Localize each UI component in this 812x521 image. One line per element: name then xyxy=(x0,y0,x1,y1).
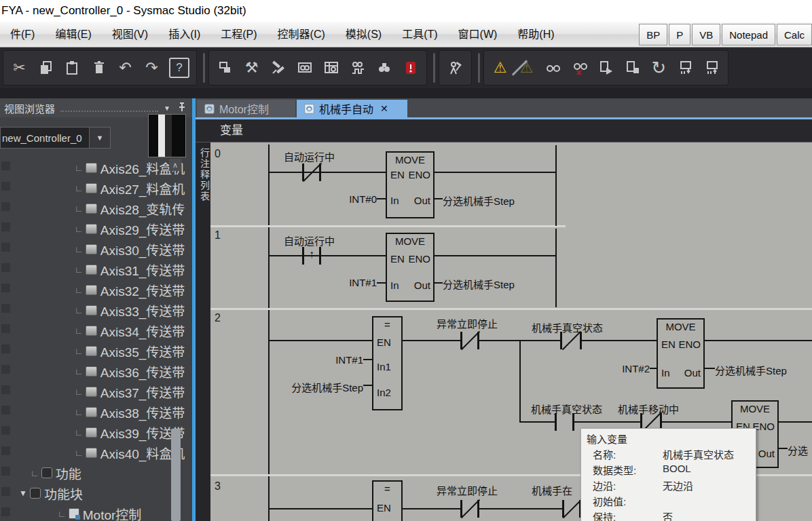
menu-view[interactable]: 视图(V) xyxy=(102,22,158,47)
move-block[interactable]: MOVE EN ENO In Out xyxy=(386,233,435,302)
watch-remove-icon[interactable] xyxy=(566,54,593,82)
tree-item-axis31[interactable]: ∟Axis31_传送带 xyxy=(0,259,192,279)
menu-simulation[interactable]: 模拟(S) xyxy=(335,22,392,47)
tab-motor-control[interactable]: Motor控制 xyxy=(197,100,295,117)
menu-insert[interactable]: 插入(I) xyxy=(158,22,210,47)
tree-item-axis34[interactable]: ∟Axis34_传送带 xyxy=(0,320,192,341)
operand-out[interactable]: 分选 xyxy=(788,443,808,457)
tree-scrollbar-thumb[interactable] xyxy=(171,429,181,521)
tree-item-axis37[interactable]: ∟Axis37_传送带 xyxy=(0,381,192,402)
nc-contact[interactable] xyxy=(562,500,581,518)
data-trace-icon[interactable] xyxy=(344,54,371,82)
operand-out[interactable]: 分选机械手Step xyxy=(715,363,787,377)
p-button[interactable]: P xyxy=(669,24,690,45)
copy-icon[interactable] xyxy=(33,54,59,82)
tree-item-axis32[interactable]: ∟Axis32_传送带 xyxy=(0,279,192,300)
menu-controller[interactable]: 控制器(C) xyxy=(267,22,335,47)
tree-item-functions[interactable]: ∟功能 xyxy=(0,463,192,483)
expander-icon[interactable]: ▼ xyxy=(19,488,27,498)
warning-on-icon[interactable]: ⚠ xyxy=(487,54,513,82)
tree-item-axis33[interactable]: ∟Axis33_传送带 xyxy=(0,300,192,320)
tree-item-axis36[interactable]: ∟Axis36_传送带 xyxy=(0,361,192,381)
watch-table-icon[interactable] xyxy=(318,54,344,82)
tree-item-axis40[interactable]: ∟Axis40_料盒机 xyxy=(0,442,192,463)
operand-out[interactable]: 分选机械手Step xyxy=(443,277,515,291)
warning-off-icon[interactable]: ⚠ xyxy=(513,54,540,82)
watch-icon[interactable] xyxy=(540,54,566,82)
menu-window[interactable]: 窗口(W) xyxy=(448,22,508,47)
tree-item-motor-control[interactable]: ∟Motor控制 xyxy=(0,503,192,521)
operation-author-icon[interactable] xyxy=(442,54,468,82)
transfer-to-controller-icon[interactable] xyxy=(672,54,699,82)
cut-icon[interactable]: ✂ xyxy=(6,54,33,82)
troubleshooting-icon[interactable] xyxy=(397,54,424,82)
transfer-from-controller-icon[interactable] xyxy=(699,54,725,82)
synchronize-icon[interactable]: ↻ xyxy=(646,54,672,82)
notepad-button[interactable]: Notepad xyxy=(722,24,775,45)
menu-edit[interactable]: 编辑(E) xyxy=(45,22,101,47)
rung-number[interactable]: 0 xyxy=(215,148,221,160)
menu-project[interactable]: 工程(P) xyxy=(210,22,267,47)
tree-item-axis38[interactable]: ∟Axis38_传送带 xyxy=(0,402,192,422)
simulation-stop-icon[interactable] xyxy=(619,54,646,82)
operand-in1[interactable]: INT#1 xyxy=(311,354,363,366)
operand-in[interactable]: INT#0 xyxy=(325,193,377,205)
nc-contact[interactable] xyxy=(560,332,582,349)
move-block[interactable]: MOVE EN ENO In Out xyxy=(657,318,705,389)
pin-eno: ENO xyxy=(408,169,430,180)
tree-item-axis30[interactable]: ∟Axis30_传送带 xyxy=(0,239,192,259)
variables-bar[interactable]: 变量 xyxy=(196,119,812,142)
close-icon[interactable]: ✕ xyxy=(380,103,388,114)
operand-in[interactable]: INT#1 xyxy=(325,277,377,288)
vb-button[interactable]: VB xyxy=(692,24,720,45)
search-icon[interactable] xyxy=(371,54,397,82)
paste-icon[interactable] xyxy=(59,54,86,82)
menu-file[interactable]: 件(F) xyxy=(0,22,45,47)
controller-selector[interactable]: new_Controller_0 ▼ xyxy=(0,127,111,149)
tooltip-label: 边沿: xyxy=(593,478,616,493)
rising-edge-contact[interactable]: ↑ xyxy=(302,247,321,265)
window-title-bar[interactable]: FYA - new_Controller_0 - Sysmac Studio (… xyxy=(0,0,812,22)
monitor-icon[interactable] xyxy=(291,54,318,82)
tree-item-axis28[interactable]: ∟Axis28_变轨传 xyxy=(0,198,192,218)
no-contact[interactable] xyxy=(555,413,574,431)
controller-dropdown-arrow[interactable]: ▼ xyxy=(89,128,110,148)
bp-button[interactable]: BP xyxy=(639,24,667,45)
wire xyxy=(435,282,443,284)
contact-label: 异常立即停止 xyxy=(437,483,498,497)
redo-icon[interactable]: ↷ xyxy=(139,54,165,82)
delete-icon[interactable] xyxy=(86,54,112,82)
move-block[interactable]: MOVE EN ENO In Out xyxy=(386,151,435,218)
operand-in2[interactable]: 分选机械手Step xyxy=(274,380,363,394)
export-window-icon[interactable] xyxy=(212,54,238,82)
equals-block[interactable]: = EN xyxy=(372,480,403,521)
tree-item-axis26[interactable]: ∟Axis26_料盒机 xyxy=(0,157,192,178)
tree-scroll-up-button[interactable]: ∧ xyxy=(169,159,181,171)
operand-in[interactable]: INT#2 xyxy=(597,363,650,374)
undo-icon[interactable]: ↶ xyxy=(112,54,139,82)
rung-number[interactable]: 3 xyxy=(215,480,221,493)
equals-block[interactable]: = EN In1 In2 xyxy=(372,316,403,410)
chevron-down-icon[interactable]: ▼ xyxy=(164,104,170,112)
operand-out[interactable]: 分选机械手Step xyxy=(443,193,515,208)
rung-number[interactable]: 2 xyxy=(215,312,221,324)
tab-robot-auto[interactable]: 机械手自动 ✕ xyxy=(297,100,407,117)
calc-button[interactable]: Calc xyxy=(777,24,812,45)
help-icon[interactable]: ? xyxy=(169,58,189,78)
nc-contact[interactable] xyxy=(302,163,321,181)
menu-tools[interactable]: 工具(T) xyxy=(392,22,447,47)
menu-help[interactable]: 帮助(H) xyxy=(507,22,564,47)
tree-item-axis35[interactable]: ∟Axis35_传送带 xyxy=(0,341,192,361)
tree-item-function-blocks[interactable]: ▼功能块 xyxy=(0,483,189,503)
tree-item-axis29[interactable]: ∟Axis29_传送带 xyxy=(0,218,192,239)
nc-contact[interactable] xyxy=(460,500,479,518)
tree-item-axis27[interactable]: ∟Axis27_料盒机 xyxy=(0,178,192,198)
rung-number[interactable]: 1 xyxy=(215,229,221,242)
pin-icon[interactable] xyxy=(177,102,187,114)
simulation-run-icon[interactable] xyxy=(593,54,619,82)
tree-item-axis39[interactable]: ∟Axis39_传送带 xyxy=(0,422,192,442)
rebuild-icon[interactable] xyxy=(265,54,291,82)
nc-contact[interactable] xyxy=(460,332,479,349)
build-icon[interactable]: ⚒ xyxy=(238,54,265,82)
row-comment-list-tab[interactable]: 行注释列表 xyxy=(196,142,210,521)
